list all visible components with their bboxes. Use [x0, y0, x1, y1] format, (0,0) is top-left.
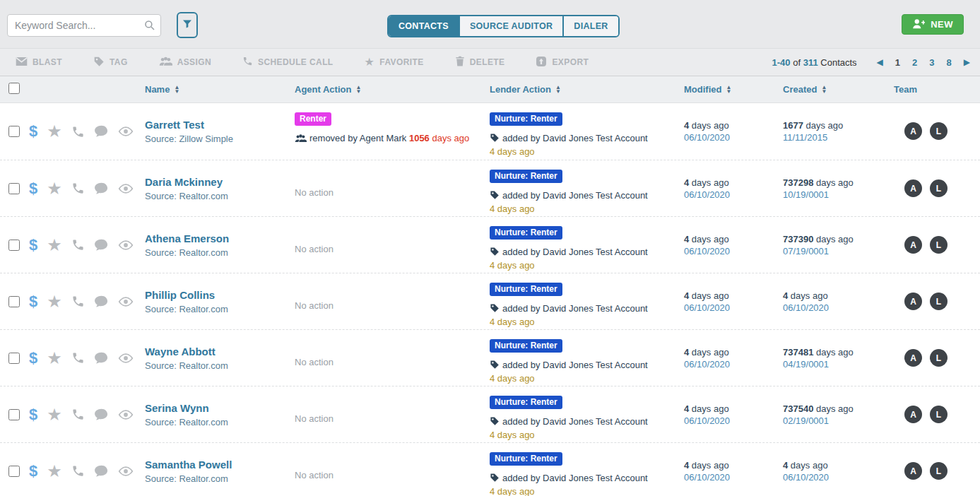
eye-icon[interactable] — [118, 240, 134, 251]
export-button[interactable]: EXPORT — [536, 56, 589, 69]
chat-icon[interactable] — [94, 239, 109, 252]
chat-icon[interactable] — [94, 408, 109, 421]
team-avatar-agent[interactable]: A — [904, 293, 922, 310]
contact-name-link[interactable]: Daria Mckinney — [145, 176, 223, 188]
modified-header-label: Modified — [684, 84, 721, 95]
contact-name-link[interactable]: Serina Wynn — [145, 402, 209, 414]
eye-icon[interactable] — [118, 183, 134, 194]
team-avatar-lender[interactable]: L — [930, 462, 947, 480]
contact-name-link[interactable]: Athena Emerson — [145, 232, 229, 244]
tab-source-auditor[interactable]: SOURCE AUDITOR — [460, 16, 564, 36]
eye-icon[interactable] — [118, 466, 134, 477]
blast-button[interactable]: BLAST — [16, 57, 62, 69]
row-checkbox[interactable] — [8, 466, 20, 477]
phone-icon[interactable] — [71, 238, 85, 252]
row-checkbox[interactable] — [8, 296, 20, 307]
contact-name-link[interactable]: Samantha Powell — [145, 459, 232, 471]
column-header-created[interactable]: Created ▲▼ — [774, 84, 885, 95]
eye-icon[interactable] — [118, 409, 134, 420]
dollar-icon[interactable]: $ — [29, 349, 37, 367]
modified-cell: 4 days ago 06/10/2020 — [675, 103, 774, 160]
chat-icon[interactable] — [94, 182, 109, 195]
dollar-icon[interactable]: $ — [29, 406, 37, 424]
dollar-icon[interactable]: $ — [29, 293, 37, 311]
new-contact-button[interactable]: NEW — [902, 14, 964, 35]
team-avatar-agent[interactable]: A — [904, 236, 922, 254]
lender-badge: Nurture: Renter — [490, 170, 562, 183]
column-header-agent-action[interactable]: Agent Action ▲▼ — [285, 84, 480, 95]
next-page-icon[interactable]: ▶ — [964, 57, 970, 67]
star-icon[interactable]: ★ — [47, 461, 62, 481]
tab-dialer[interactable]: DIALER — [564, 16, 618, 36]
team-avatar-agent[interactable]: A — [904, 179, 922, 197]
contact-name-link[interactable]: Garrett Test — [145, 119, 204, 131]
chat-icon[interactable] — [94, 465, 109, 478]
chat-icon[interactable] — [94, 352, 109, 365]
chat-icon[interactable] — [94, 295, 109, 308]
filter-button[interactable] — [177, 12, 198, 38]
agent-action-text: removed by Agent Mark — [309, 133, 406, 143]
row-checkbox[interactable] — [8, 126, 20, 137]
schedule-call-button[interactable]: SCHEDULE CALL — [242, 56, 333, 69]
team-avatar-agent[interactable]: A — [904, 122, 922, 140]
team-avatar-lender[interactable]: L — [930, 406, 947, 423]
select-all-checkbox[interactable] — [8, 83, 20, 94]
lender-action-cell: Nurture: Renter added by David Jones Tes… — [480, 103, 675, 160]
lender-action-cell: Nurture: Renter added by David Jones Tes… — [480, 273, 675, 329]
team-avatar-agent[interactable]: A — [904, 406, 922, 423]
created-ago-number: 737540 — [783, 403, 813, 414]
phone-icon[interactable] — [71, 464, 85, 478]
phone-icon[interactable] — [71, 351, 85, 365]
row-checkbox[interactable] — [8, 409, 20, 420]
column-header-name[interactable]: Name ▲▼ — [136, 84, 285, 95]
team-avatar-lender[interactable]: L — [930, 122, 947, 140]
phone-icon[interactable] — [71, 408, 85, 421]
team-avatar-lender[interactable]: L — [930, 293, 947, 310]
row-checkbox[interactable] — [8, 240, 20, 251]
lender-action-text: added by David Jones Test Account — [502, 360, 648, 370]
team-avatar-agent[interactable]: A — [904, 462, 922, 480]
tag-button[interactable]: TAG — [93, 56, 128, 69]
page-8[interactable]: 8 — [947, 57, 952, 68]
tab-contacts[interactable]: CONTACTS — [389, 16, 460, 36]
eye-icon[interactable] — [118, 296, 134, 307]
lender-ago: 4 days ago — [490, 373, 535, 384]
search-input[interactable] — [7, 14, 161, 37]
dollar-icon[interactable]: $ — [29, 179, 37, 198]
phone-icon[interactable] — [71, 125, 85, 138]
page-3[interactable]: 3 — [929, 57, 934, 68]
column-header-lender-action[interactable]: Lender Action ▲▼ — [480, 84, 675, 95]
chat-icon[interactable] — [94, 125, 109, 138]
contact-name-link[interactable]: Wayne Abbott — [145, 346, 216, 358]
team-avatar-lender[interactable]: L — [930, 349, 947, 367]
row-checkbox[interactable] — [8, 353, 20, 364]
created-cell: 4 days ago 06/10/2020 — [774, 443, 885, 496]
assign-button[interactable]: ASSIGN — [159, 56, 211, 69]
star-icon[interactable]: ★ — [47, 292, 62, 312]
prev-page-icon[interactable]: ◀ — [877, 57, 883, 67]
star-icon[interactable]: ★ — [47, 348, 62, 368]
favorite-button[interactable]: ★ FAVORITE — [365, 57, 424, 68]
phone-icon[interactable] — [71, 295, 85, 308]
star-icon[interactable]: ★ — [47, 179, 62, 199]
dollar-icon[interactable]: $ — [29, 236, 37, 254]
team-avatar-lender[interactable]: L — [930, 179, 947, 197]
star-icon[interactable]: ★ — [47, 122, 62, 141]
eye-icon[interactable] — [118, 126, 134, 137]
star-icon[interactable]: ★ — [47, 235, 62, 255]
no-action-text: No action — [295, 300, 480, 311]
dollar-icon[interactable]: $ — [29, 462, 37, 480]
team-avatar-lender[interactable]: L — [930, 236, 947, 254]
page-2[interactable]: 2 — [912, 57, 917, 68]
team-avatar-agent[interactable]: A — [904, 349, 922, 367]
star-icon[interactable]: ★ — [47, 405, 62, 425]
delete-button[interactable]: DELETE — [455, 56, 505, 69]
column-header-modified[interactable]: Modified ▲▼ — [675, 84, 774, 95]
row-checkbox[interactable] — [8, 183, 20, 194]
name-header-label: Name — [145, 84, 170, 95]
contact-name-link[interactable]: Phillip Collins — [145, 289, 215, 301]
page-1[interactable]: 1 — [895, 57, 900, 68]
eye-icon[interactable] — [118, 353, 134, 364]
phone-icon[interactable] — [71, 182, 85, 195]
dollar-icon[interactable]: $ — [29, 122, 37, 141]
